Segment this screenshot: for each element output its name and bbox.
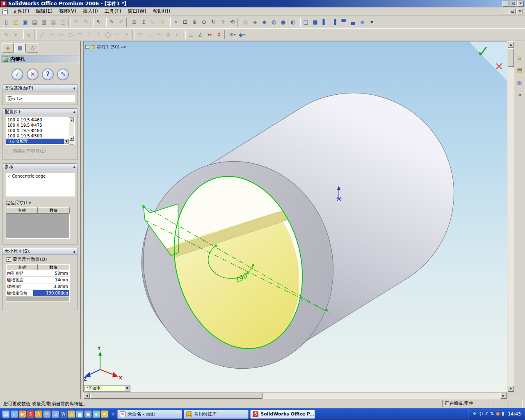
configuration-option[interactable]: 100 X 19.5 Φ500 — [6, 133, 69, 139]
front-view-button[interactable]: □ — [301, 17, 310, 27]
scroll-up-button[interactable]: ▲ — [508, 41, 514, 48]
vscroll-thumb[interactable] — [508, 48, 514, 67]
quick-launch-browser[interactable]: e — [11, 411, 18, 418]
zoom-area-button[interactable]: ⊡ — [180, 17, 190, 27]
pan-button[interactable]: ✛ — [218, 17, 228, 27]
tray-volume-icon[interactable]: ♪ — [485, 411, 488, 417]
drag-handle[interactable] — [326, 309, 328, 311]
add-relation-button[interactable]: ⊥ — [186, 30, 196, 40]
tray-ime-icon[interactable]: 中 — [478, 411, 483, 417]
help-button[interactable]: ? — [42, 68, 54, 80]
quick-launch-tools[interactable]: ◆ — [93, 411, 100, 418]
hidden-lines-visible-button[interactable]: ◈ — [250, 17, 260, 27]
locating-dimensions-body[interactable] — [6, 213, 70, 239]
rotate-view-button[interactable]: ↻ — [209, 17, 218, 27]
override-dimensions-row[interactable]: 覆盖尺寸数值(O) — [7, 256, 47, 262]
confirm-ok-button[interactable]: ✓ — [477, 43, 490, 61]
display-relations-button[interactable]: ∠ — [196, 30, 205, 40]
quick-launch-overflow[interactable]: » — [110, 411, 116, 417]
view-orientation-combo[interactable]: *等轴测 ▼ — [84, 385, 130, 392]
new-button[interactable]: ▯ — [2, 17, 11, 27]
tray-network-icon[interactable]: ⇅ — [490, 411, 493, 417]
menu-item-4[interactable]: 工具(T) — [101, 7, 125, 16]
quick-launch-word[interactable]: W — [60, 411, 67, 418]
menu-item-0[interactable]: 文件(F) — [9, 7, 32, 16]
scroll-right-button[interactable]: ▶ — [500, 393, 507, 399]
make-assembly-button[interactable]: ▥ — [39, 17, 49, 27]
quick-launch-mail[interactable]: ✉ — [43, 411, 50, 418]
link-to-library-checkbox[interactable] — [7, 149, 11, 153]
file-explorer-icon[interactable]: ▥ — [515, 78, 524, 87]
shaded-button[interactable]: ● — [278, 17, 288, 27]
ok-button[interactable]: ✓ — [11, 68, 23, 80]
hscroll-thumb[interactable] — [90, 393, 262, 399]
part-name[interactable]: 零件1 — [97, 44, 109, 50]
menu-item-1[interactable]: 编辑(E) — [32, 7, 56, 16]
zoom-selection-button[interactable]: ⊙ — [199, 17, 209, 27]
dimension-value-field[interactable]: 190.00deg — [33, 290, 69, 296]
quick-launch-solidworks[interactable]: S — [27, 411, 34, 418]
save-button[interactable]: ▣ — [21, 17, 30, 27]
task-feature-library[interactable]: ▤常用特征库 — [184, 410, 249, 419]
configuration-list[interactable]: 100 X 19.5 Φ460100 X 19.5 Φ475100 X 19.5… — [6, 117, 75, 145]
cancel-button[interactable]: ✕ — [27, 68, 39, 80]
menu-item-2[interactable]: 视图(V) — [56, 7, 80, 16]
open-button[interactable]: ◰ — [11, 17, 21, 27]
configuration-option[interactable]: 自定义配置▼ — [6, 139, 69, 144]
link-to-library-row[interactable]: 链接到库零件(L) — [7, 148, 46, 154]
scroll-left-button[interactable]: ◀ — [84, 393, 90, 399]
dimension-value-field[interactable]: 50mm — [33, 270, 69, 276]
graphics-viewport[interactable]: 190° Y X Z ✓ — [83, 41, 507, 392]
zoom-in-out-button[interactable]: ⊕ — [190, 17, 199, 27]
drag-handle[interactable] — [143, 206, 145, 208]
design-table-button[interactable]: ⊞ — [130, 17, 139, 27]
sketch-button[interactable]: ✎ — [107, 17, 116, 27]
tray-update-icon[interactable]: ● — [496, 411, 500, 417]
quick-launch-chart[interactable]: ▆ — [76, 411, 83, 418]
equations-button[interactable]: Σ — [139, 17, 148, 27]
menu-item-5[interactable]: 窗口(W) — [124, 7, 149, 16]
zoom-fit-button[interactable]: ⌖ — [171, 17, 180, 27]
quick-launch-lambda[interactable]: Λ — [35, 411, 42, 418]
mdi-minimize-button[interactable]: _ — [502, 9, 508, 14]
bottom-view-button[interactable]: ▄ — [348, 17, 358, 27]
tray-device-icon[interactable]: ▮ — [502, 411, 504, 417]
design-library-icon[interactable]: ▤ — [515, 66, 524, 75]
quick-launch-media[interactable]: ▶ — [19, 411, 26, 418]
dimension-value-field[interactable]: 3.8mm — [33, 283, 69, 290]
drag-handle[interactable] — [215, 245, 217, 247]
configurationmanager-tab[interactable]: ◎ — [27, 43, 38, 52]
configuration-scrollbar[interactable]: ▲ ▼ — [69, 117, 74, 145]
make-drawing-button[interactable]: ▤ — [30, 17, 39, 27]
task-solidworks[interactable]: SSolidWorks Office P... — [250, 410, 315, 419]
restore-button[interactable]: ◱ — [510, 1, 516, 7]
mdi-restore-button[interactable]: ◱ — [509, 9, 516, 14]
scroll-up-icon[interactable]: ▲ — [69, 118, 74, 122]
configuration-option[interactable]: 100 X 19.5 Φ480 — [6, 128, 69, 133]
preview-button[interactable]: ✎ — [57, 68, 69, 80]
quick-launch-notes[interactable]: ▣ — [84, 411, 91, 418]
combo-dropdown-icon[interactable]: ▼ — [124, 386, 130, 391]
block-button[interactable]: ◆▾ — [237, 30, 247, 40]
library-feature-button[interactable]: ✳▾ — [228, 30, 237, 40]
quick-launch-grid[interactable]: ⊞ — [52, 411, 59, 418]
configuration-option[interactable]: 100 X 19.5 Φ475 — [6, 123, 69, 128]
top-view-button[interactable]: ▀ — [339, 17, 348, 27]
select-button[interactable]: ↖ — [94, 17, 103, 27]
drag-handle[interactable] — [252, 265, 254, 267]
orientation-plane-field[interactable]: 面<1> — [6, 95, 75, 102]
quick-launch-folder[interactable]: ▰ — [101, 411, 108, 418]
scroll-down-button[interactable]: ▼ — [508, 386, 514, 392]
vertical-dimension-button[interactable]: ↕ — [215, 30, 224, 40]
shaded-with-edges-button[interactable]: ◍ — [269, 17, 278, 27]
quick-launch-desktop[interactable]: ▤ — [2, 411, 9, 418]
viewport-vscrollbar[interactable]: ▲ ▼ — [507, 41, 514, 392]
solidworks-resources-icon[interactable]: ⌂ — [515, 53, 524, 62]
task-paint[interactable]: ✎未命名 - 画图 — [117, 410, 182, 419]
menu-item-6[interactable]: 帮助(H) — [150, 7, 173, 16]
tray-antivirus-icon[interactable]: ✚ — [472, 411, 476, 417]
reference-selection-box[interactable]: ✓Concentric edge — [6, 173, 75, 196]
hidden-lines-removed-button[interactable]: ◆ — [260, 17, 269, 27]
right-view-button[interactable]: ▐ — [329, 17, 339, 27]
propertymanager-tab[interactable]: ▤ — [14, 43, 26, 52]
